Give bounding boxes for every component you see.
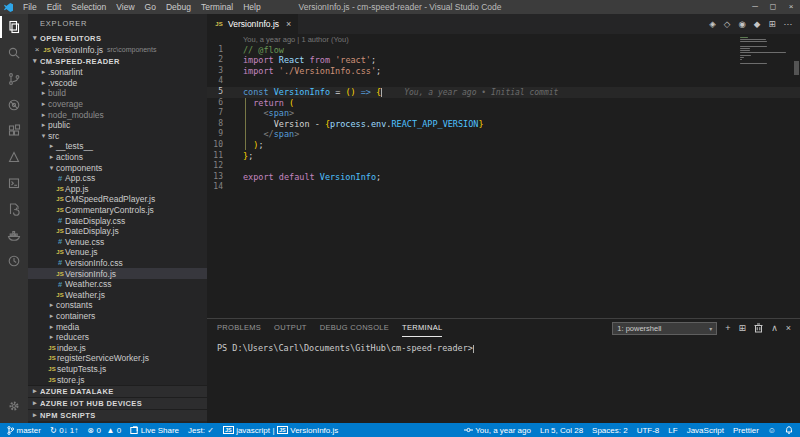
tree-item-actions[interactable]: ▸actions [28,152,207,163]
minimize-button[interactable]: ─ [746,0,764,14]
tree-item-setuptests.js[interactable]: JSsetupTests.js [28,364,207,375]
gitlens-icon[interactable]: ◇ [724,19,731,29]
tree-item-public[interactable]: ▸public [28,120,207,131]
terminal-selector[interactable]: 1: powershell ▾ [612,322,717,335]
toggle-blame-icon[interactable]: ◉ [738,19,745,29]
panel-tab-problems[interactable]: PROBLEMS [217,319,261,337]
tree-item-commentarycontrols.js[interactable]: JSCommentaryControls.js [28,205,207,216]
eol-status[interactable]: LF [668,426,677,435]
menu-file[interactable]: File [18,0,42,14]
tree-item-app.js[interactable]: JSApp.js [28,184,207,195]
tree-item-.sonarlint[interactable]: ▸.sonarlint [28,67,207,78]
javascript-status[interactable]: JS javascript | JS VersionInfo.js [223,426,338,435]
close-button[interactable]: × [782,0,800,14]
explorer-icon[interactable] [0,14,28,40]
live-share-status[interactable]: Live Share [130,426,179,435]
test-explorer-icon[interactable] [0,196,28,222]
feedback-smiley-icon[interactable]: ☺ [768,426,776,435]
code-line-11[interactable]: 11}; [207,151,800,162]
tree-item-datedisplay.css[interactable]: #DateDisplay.css [28,215,207,226]
code-line-12[interactable]: 12 [207,161,800,172]
new-terminal-icon[interactable]: + [725,322,730,335]
indentation-status[interactable]: Spaces: 2 [592,426,628,435]
tree-item-media[interactable]: ▸media [28,321,207,332]
settings-gear-icon[interactable] [0,393,28,419]
section-npm-scripts[interactable]: ▸NPM SCRIPTS [28,409,207,421]
panel-tab-output[interactable]: OUTPUT [274,319,307,337]
code-editor[interactable]: You, a year ago | 1 author (You) 1// @fl… [207,34,800,318]
menu-go[interactable]: Go [140,0,161,14]
tree-item-datedisplay.js[interactable]: JSDateDisplay.js [28,226,207,237]
editor-scrollbar[interactable] [794,61,799,75]
minimap[interactable] [740,37,788,68]
open-changes-icon[interactable]: ◈ [709,19,716,29]
azure-icon[interactable] [0,144,28,170]
tree-item-build[interactable]: ▸build [28,88,207,99]
panel-tab-debug-console[interactable]: DEBUG CONSOLE [320,319,389,337]
maximize-button[interactable]: ◻ [764,0,782,14]
gitlens-blame-status[interactable]: You, a year ago [464,426,531,435]
code-line-5[interactable]: 5const VersionInfo = () => {You, a year … [207,87,800,98]
section-azure-iot-hub-devices[interactable]: ▸AZURE IOT HUB DEVICES [28,397,207,409]
code-line-10[interactable]: 10 ); [207,140,800,151]
tree-item-cmspeedreadplayer.js[interactable]: JSCMSpeedReadPlayer.js [28,194,207,205]
tree-item-.vscode[interactable]: ▸.vscode [28,78,207,89]
tree-item-weather.css[interactable]: #Weather.css [28,279,207,290]
gitlens-authors-lens[interactable]: You, a year ago | 1 author (You) [207,34,800,45]
code-line-6[interactable]: 6 return ( [207,98,800,109]
code-line-9[interactable]: 9 </span> [207,129,800,140]
cursor-position-status[interactable]: Ln 5, Col 28 [540,426,583,435]
compare-icon[interactable]: ◆ [754,19,761,29]
tree-item-reducers[interactable]: ▸reducers [28,332,207,343]
tree-item-venue.js[interactable]: JSVenue.js [28,247,207,258]
tree-item-versioninfo.css[interactable]: #VersionInfo.css [28,258,207,269]
code-line-1[interactable]: 1// @flow [207,45,800,56]
menu-terminal[interactable]: Terminal [196,0,238,14]
terminal-output[interactable]: PS D:\Users\Carl\Documents\GitHub\cm-spe… [207,337,800,353]
azure-iot-icon[interactable] [0,170,28,196]
encoding-status[interactable]: UTF-8 [637,426,660,435]
section-azure-datalake[interactable]: ▸AZURE DATALAKE [28,385,207,397]
close-icon[interactable]: × [286,19,291,29]
code-line-8[interactable]: 8 Version - {process.env.REACT_APP_VERSI… [207,119,800,130]
menu-view[interactable]: View [111,0,139,14]
tree-item-versioninfo.js[interactable]: JSVersionInfo.js [28,268,207,279]
code-line-13[interactable]: 13export default VersionInfo; [207,172,800,183]
panel-tab-terminal[interactable]: TERMINAL [402,319,442,337]
menu-edit[interactable]: Edit [42,0,67,14]
debug-icon[interactable] [0,92,28,118]
code-line-4[interactable]: 4 [207,76,800,87]
language-mode-status[interactable]: JavaScript [687,426,724,435]
open-editor-item[interactable]: × JS VersionInfo.js src\components [28,44,207,55]
docker-icon[interactable] [0,222,28,248]
code-line-14[interactable]: 14 [207,182,800,193]
formatter-status[interactable]: Prettier [733,426,759,435]
tree-item-constants[interactable]: ▸constants [28,300,207,311]
tree-item-weather.js[interactable]: JSWeather.js [28,289,207,300]
code-time-icon[interactable] [0,248,28,274]
search-icon[interactable] [0,40,28,66]
project-root-header[interactable]: ▾ CM-SPEED-READER [28,55,207,67]
split-editor-icon[interactable]: ⊞ [768,19,775,29]
maximize-panel-icon[interactable]: ∧ [771,322,778,335]
code-line-3[interactable]: 3import './VersionInfo.css'; [207,66,800,77]
tree-item-__tests__[interactable]: ▸__tests__ [28,141,207,152]
tree-item-venue.css[interactable]: #Venue.css [28,237,207,248]
tree-item-containers[interactable]: ▸containers [28,311,207,322]
close-panel-icon[interactable]: × [786,322,791,335]
extensions-icon[interactable] [0,118,28,144]
more-actions-icon[interactable]: ⋯ [784,19,793,29]
tree-item-store.js[interactable]: JSstore.js [28,374,207,385]
code-line-7[interactable]: 7 <span> [207,108,800,119]
menu-debug[interactable]: Debug [161,0,196,14]
open-editors-header[interactable]: ▾ OPEN EDITORS [28,32,207,44]
close-icon[interactable]: × [32,45,42,54]
tree-item-components[interactable]: ▾components [28,162,207,173]
notifications-bell-icon[interactable] [785,426,793,435]
tab-versioninfo[interactable]: JS VersionInfo.js × [207,14,298,34]
tree-item-index.js[interactable]: JSindex.js [28,342,207,353]
kill-terminal-icon[interactable] [754,323,763,333]
code-line-2[interactable]: 2import React from 'react'; [207,55,800,66]
split-terminal-icon[interactable]: ⊞ [739,322,747,335]
git-branch-status[interactable]: master [7,426,41,435]
